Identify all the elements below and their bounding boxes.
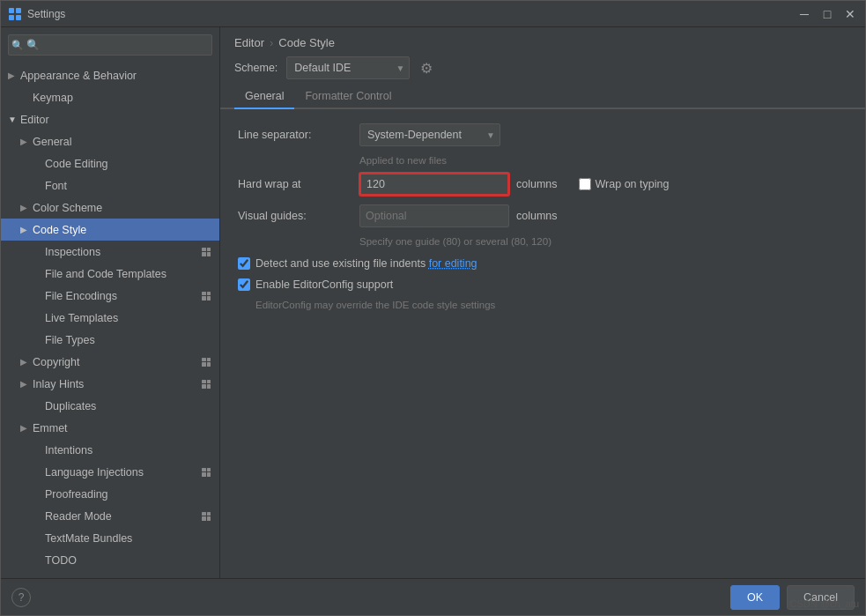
tab-formatter-control[interactable]: Formatter Control xyxy=(294,85,402,109)
detect-indent-row: Detect and use existing file indents for… xyxy=(238,257,847,270)
bottom-actions: OK Cancel xyxy=(730,585,855,610)
svg-rect-2 xyxy=(9,15,14,20)
detect-indent-checkbox[interactable] xyxy=(238,257,250,270)
sidebar-item-plugins[interactable]: ▶ Plugins xyxy=(1,571,219,578)
visual-guides-label: Visual guides: xyxy=(238,210,352,222)
badge-icon xyxy=(200,466,212,479)
sidebar-item-code-style[interactable]: ▶ Code Style xyxy=(1,219,219,241)
sidebar-item-copyright[interactable]: ▶ Copyright xyxy=(1,351,219,373)
scheme-select[interactable]: Default IDE Project xyxy=(286,56,410,79)
sidebar-item-todo[interactable]: TODO xyxy=(1,549,219,571)
hard-wrap-label: Hard wrap at xyxy=(238,178,352,190)
scheme-label: Scheme: xyxy=(234,62,278,74)
columns-label-2: columns xyxy=(516,210,558,222)
main-header: Editor › Code Style Scheme: Default IDE … xyxy=(220,27,865,85)
line-separator-select[interactable]: System-Dependent Unix (\n) Windows (\r\n… xyxy=(359,123,500,146)
editorconfig-checkbox[interactable] xyxy=(238,278,250,291)
sidebar-item-label: Live Templates xyxy=(45,312,212,324)
sidebar-item-label: Appearance & Behavior xyxy=(20,70,212,82)
sidebar-item-label: File Encodings xyxy=(45,290,196,302)
arrow-icon: ▶ xyxy=(20,203,33,212)
app-icon xyxy=(8,7,22,21)
badge-icon xyxy=(200,510,212,523)
wrap-on-typing-checkbox[interactable] xyxy=(579,178,591,190)
editorconfig-note: EditorConfig may override the IDE code s… xyxy=(255,300,847,310)
sidebar-item-file-encodings[interactable]: File Encodings xyxy=(1,285,219,307)
search-input[interactable] xyxy=(8,34,212,56)
content-area: 🔍 ▶ Appearance & Behavior Keymap ▼ xyxy=(1,27,865,578)
sidebar-item-inlay-hints[interactable]: ▶ Inlay Hints xyxy=(1,373,219,395)
sidebar-item-font[interactable]: Font xyxy=(1,174,219,197)
wrap-on-typing-row: Wrap on typing xyxy=(579,178,670,190)
breadcrumb-separator: › xyxy=(270,36,273,49)
sidebar-item-label: Color Scheme xyxy=(33,202,212,214)
ok-button[interactable]: OK xyxy=(730,585,780,610)
sidebar-item-editor[interactable]: ▼ Editor xyxy=(1,108,219,130)
svg-rect-1 xyxy=(16,8,21,13)
titlebar: Settings ─ □ ✕ xyxy=(1,1,865,27)
maximize-button[interactable]: □ xyxy=(819,6,835,22)
sidebar-item-intentions[interactable]: Intentions xyxy=(1,439,219,461)
visual-guides-input[interactable] xyxy=(359,204,509,227)
editorconfig-row: Enable EditorConfig support xyxy=(238,278,847,291)
hard-wrap-row: Hard wrap at columns Wrap on typing xyxy=(238,173,847,196)
sidebar-item-general[interactable]: ▶ General xyxy=(1,130,219,152)
sidebar-item-language-injections[interactable]: Language Injections xyxy=(1,461,219,483)
sidebar-item-live-templates[interactable]: Live Templates xyxy=(1,307,219,329)
columns-label-1: columns xyxy=(516,178,558,190)
sidebar-item-emmet[interactable]: ▶ Emmet xyxy=(1,417,219,439)
svg-rect-3 xyxy=(16,15,21,20)
sidebar-item-label: Inlay Hints xyxy=(33,378,196,390)
sidebar-item-label: Intentions xyxy=(45,444,212,456)
close-button[interactable]: ✕ xyxy=(842,6,858,22)
tree-area: ▶ Appearance & Behavior Keymap ▼ Editor … xyxy=(1,63,219,578)
sidebar-item-code-editing[interactable]: Code Editing xyxy=(1,152,219,174)
sidebar-item-label: Keymap xyxy=(33,92,212,104)
sidebar-item-keymap[interactable]: Keymap xyxy=(1,86,219,108)
sidebar-item-label: Duplicates xyxy=(45,400,212,412)
sidebar-item-label: Emmet xyxy=(33,422,212,434)
sidebar-item-inspections[interactable]: Inspections xyxy=(1,241,219,263)
hard-wrap-input[interactable] xyxy=(359,173,509,196)
gear-button[interactable]: ⚙ xyxy=(418,58,434,78)
scheme-select-wrapper: Default IDE Project ▼ xyxy=(286,56,410,79)
search-box: 🔍 xyxy=(1,27,219,63)
sidebar-item-label: Editor xyxy=(20,114,212,126)
sidebar-item-label: File and Code Templates xyxy=(45,268,212,280)
tabs-row: General Formatter Control xyxy=(220,85,865,109)
visual-guides-row: Visual guides: columns xyxy=(238,204,847,227)
minimize-button[interactable]: ─ xyxy=(796,6,812,22)
sidebar-item-proofreading[interactable]: Proofreading xyxy=(1,483,219,505)
sidebar-item-label: Reader Mode xyxy=(45,510,196,523)
sidebar-item-label: Code Style xyxy=(33,224,212,236)
arrow-icon: ▶ xyxy=(20,357,33,367)
sidebar-item-label: Proofreading xyxy=(45,488,212,501)
editorconfig-label: Enable EditorConfig support xyxy=(255,278,393,291)
sidebar-item-appearance[interactable]: ▶ Appearance & Behavior xyxy=(1,64,219,86)
sidebar-item-label: Copyright xyxy=(33,356,196,368)
arrow-icon: ▶ xyxy=(20,379,33,389)
cancel-button[interactable]: Cancel xyxy=(787,585,855,610)
guides-hint: Specify one guide (80) or several (80, 1… xyxy=(238,236,847,247)
detect-indent-label: Detect and use existing file indents for… xyxy=(255,257,477,270)
badge-icon xyxy=(200,246,212,258)
sidebar-item-file-types[interactable]: File Types xyxy=(1,329,219,351)
search-icon: 🔍 xyxy=(11,40,24,51)
window-controls: ─ □ ✕ xyxy=(796,6,858,22)
sidebar-item-file-and-code-templates[interactable]: File and Code Templates xyxy=(1,263,219,285)
sidebar-item-label: File Types xyxy=(45,334,212,346)
sidebar-item-reader-mode[interactable]: Reader Mode xyxy=(1,505,219,527)
help-button[interactable]: ? xyxy=(11,588,31,607)
arrow-icon: ▶ xyxy=(20,137,33,146)
badge-icon xyxy=(200,378,212,390)
sidebar-item-duplicates[interactable]: Duplicates xyxy=(1,395,219,417)
form-area: Line separator: System-Dependent Unix (\… xyxy=(220,109,865,578)
sidebar-item-label: Code Editing xyxy=(45,158,212,170)
applied-note: Applied to new files xyxy=(238,155,847,166)
main-content: Editor › Code Style Scheme: Default IDE … xyxy=(220,27,865,578)
arrow-icon: ▼ xyxy=(8,115,20,124)
sidebar-item-color-scheme[interactable]: ▶ Color Scheme xyxy=(1,197,219,219)
line-separator-select-wrapper: System-Dependent Unix (\n) Windows (\r\n… xyxy=(359,123,500,146)
sidebar-item-textmate-bundles[interactable]: TextMate Bundles xyxy=(1,527,219,549)
tab-general[interactable]: General xyxy=(234,85,294,109)
